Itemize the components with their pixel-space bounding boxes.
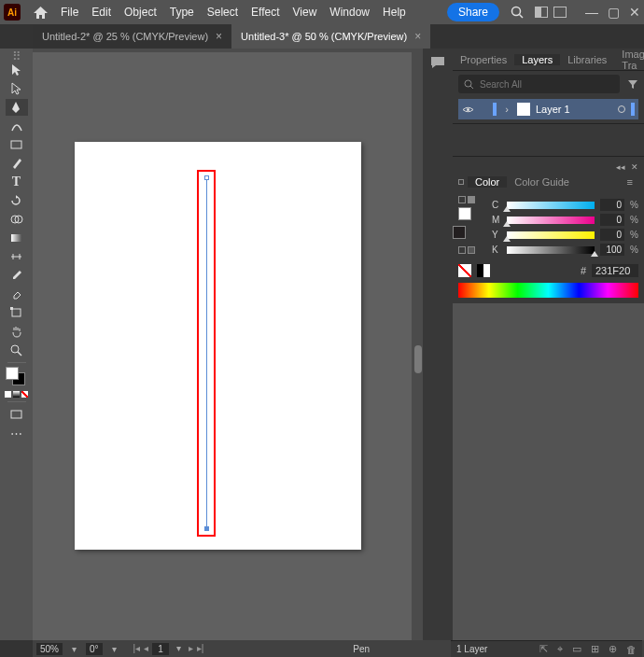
menu-help[interactable]: Help: [383, 6, 406, 19]
scrollbar-thumb[interactable]: [414, 345, 422, 373]
zoom-tool[interactable]: [6, 342, 28, 358]
artboard-dropdown-icon[interactable]: ▾: [173, 643, 185, 655]
anchor-point-bottom[interactable]: [204, 526, 209, 531]
artboard-tool[interactable]: [6, 304, 28, 321]
hand-tool[interactable]: [6, 323, 28, 340]
edit-toolbar-icon[interactable]: ⋯: [6, 425, 28, 441]
eraser-tool[interactable]: [6, 286, 28, 302]
color-spectrum[interactable]: [458, 283, 638, 298]
document-tab-2[interactable]: Untitled-3* @ 50 % (CMYK/Preview) ×: [231, 24, 430, 49]
fill-stroke-toggle[interactable]: [468, 196, 475, 203]
layer-name-label[interactable]: Layer 1: [536, 104, 612, 115]
search-icon[interactable]: [511, 6, 524, 19]
cyan-slider[interactable]: [507, 202, 595, 209]
none-swatch[interactable]: [458, 264, 471, 277]
first-artboard-icon[interactable]: |◂: [133, 643, 141, 655]
menu-effect[interactable]: Effect: [251, 6, 279, 19]
toolbar-grip-icon[interactable]: ⠿: [6, 52, 28, 60]
path-segment[interactable]: [206, 177, 207, 529]
menu-type[interactable]: Type: [170, 6, 194, 19]
fill-stroke-swatches[interactable]: [6, 367, 28, 389]
yellow-slider[interactable]: [507, 231, 595, 239]
delete-layer-icon[interactable]: 🗑: [626, 644, 637, 655]
magenta-value[interactable]: 0: [600, 214, 624, 226]
filter-icon[interactable]: [623, 79, 638, 90]
width-tool[interactable]: [6, 248, 28, 265]
eyedropper-tool[interactable]: [6, 267, 28, 284]
fill-swatch[interactable]: [458, 207, 471, 220]
share-button[interactable]: Share: [447, 3, 499, 21]
stroke-swatch[interactable]: [453, 226, 466, 239]
pen-tool[interactable]: [6, 99, 28, 116]
tab-close-icon[interactable]: ×: [216, 30, 222, 43]
color-tab-guide[interactable]: Color Guide: [507, 176, 577, 188]
layer-row[interactable]: › Layer 1: [458, 99, 638, 119]
document-tab-1[interactable]: Untitled-2* @ 25 % (CMYK/Preview) ×: [33, 24, 231, 49]
arrange-documents-icon[interactable]: [535, 7, 548, 18]
screen-mode-icon[interactable]: [6, 406, 28, 423]
clip-mask-icon[interactable]: ▭: [572, 643, 581, 655]
panel-tab-layers[interactable]: Layers: [514, 54, 560, 65]
panel-menu-icon[interactable]: ≡: [627, 176, 638, 188]
bw-swatch[interactable]: [477, 264, 490, 277]
color-tab-color[interactable]: Color: [468, 176, 507, 188]
prev-artboard-icon[interactable]: ◂: [144, 643, 148, 655]
artboard[interactable]: [75, 142, 361, 550]
minimize-icon[interactable]: —: [585, 5, 598, 20]
menu-file[interactable]: File: [61, 6, 78, 19]
curvature-tool[interactable]: [6, 118, 28, 134]
tab-close-icon[interactable]: ×: [414, 30, 421, 43]
svg-point-0: [512, 7, 521, 16]
zoom-value[interactable]: 50%: [36, 643, 63, 655]
last-artboard-icon[interactable]: ▸|: [197, 643, 204, 655]
shape-builder-tool[interactable]: [6, 211, 28, 228]
workspace-switcher-icon[interactable]: [553, 7, 567, 18]
gradient-tool[interactable]: [6, 230, 28, 246]
rectangle-tool[interactable]: [6, 136, 28, 153]
paintbrush-tool[interactable]: [6, 155, 28, 172]
anchor-point-top[interactable]: [204, 175, 209, 180]
next-artboard-icon[interactable]: ▸: [189, 643, 193, 655]
color-mode-icons[interactable]: [5, 391, 28, 398]
hex-input[interactable]: 231F20: [592, 264, 638, 277]
canvas[interactable]: [33, 49, 423, 640]
panel-tab-libraries[interactable]: Libraries: [560, 54, 614, 65]
vertical-scrollbar[interactable]: [412, 49, 423, 640]
locate-icon[interactable]: ⌖: [557, 643, 563, 655]
menu-view[interactable]: View: [293, 6, 317, 19]
export-icon[interactable]: ⇱: [539, 643, 548, 655]
artboard-number-input[interactable]: 1: [152, 643, 169, 655]
expand-icon[interactable]: ›: [502, 104, 511, 115]
maximize-icon[interactable]: ▢: [608, 5, 620, 20]
menu-select[interactable]: Select: [207, 6, 238, 19]
panel-tab-properties[interactable]: Properties: [453, 54, 514, 65]
new-sublayer-icon[interactable]: ⊞: [591, 643, 599, 655]
formats-icon[interactable]: [458, 246, 466, 254]
rotate-tool[interactable]: [6, 192, 28, 209]
close-panel-icon[interactable]: ✕: [631, 162, 638, 172]
panel-tab-image-trace[interactable]: Image Tra: [614, 49, 644, 71]
direct-selection-tool[interactable]: [6, 80, 28, 97]
cyan-value[interactable]: 0: [600, 199, 624, 211]
layer-search-input[interactable]: [480, 79, 614, 90]
menu-window[interactable]: Window: [329, 6, 370, 19]
target-icon[interactable]: [618, 105, 625, 113]
home-icon[interactable]: [34, 7, 48, 19]
panel-grip-icon[interactable]: [458, 179, 464, 185]
comments-icon[interactable]: [430, 56, 445, 69]
close-icon[interactable]: ✕: [629, 5, 640, 20]
collapse-icon[interactable]: ◂◂: [616, 162, 625, 172]
selection-tool[interactable]: [6, 62, 28, 78]
new-layer-icon[interactable]: ⊕: [609, 643, 617, 655]
menu-object[interactable]: Object: [124, 6, 157, 19]
menu-edit[interactable]: Edit: [91, 6, 111, 19]
zoom-dropdown-icon[interactable]: ▾: [68, 644, 80, 654]
type-tool[interactable]: T: [6, 174, 28, 190]
yellow-value[interactable]: 0: [600, 229, 624, 241]
rotation-value[interactable]: 0°: [86, 643, 103, 655]
magenta-slider[interactable]: [507, 217, 595, 224]
visibility-icon[interactable]: [462, 105, 474, 114]
black-value[interactable]: 100: [600, 244, 624, 256]
rotation-dropdown-icon[interactable]: ▾: [108, 644, 120, 654]
black-slider[interactable]: [507, 246, 595, 254]
